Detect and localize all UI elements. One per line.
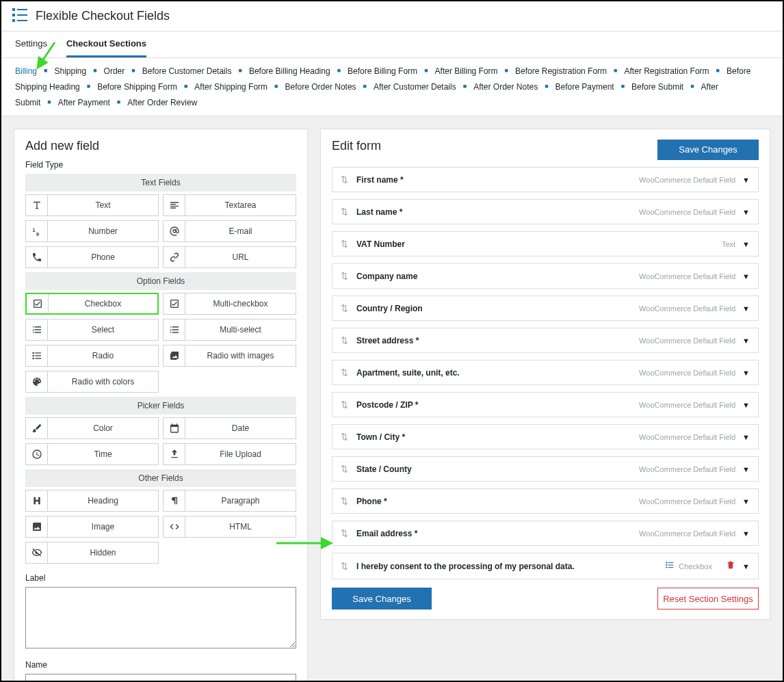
separator: ■ <box>363 83 367 90</box>
section-link[interactable]: Before Shipping Form <box>97 82 177 92</box>
expand-toggle[interactable]: ▼ <box>742 562 750 570</box>
link-icon <box>164 247 185 267</box>
svg-point-16 <box>666 564 667 566</box>
drag-handle-icon[interactable]: ⇅ <box>341 303 348 313</box>
section-link[interactable]: Before Payment <box>556 82 614 92</box>
section-link[interactable]: Before Submit <box>631 82 683 92</box>
expand-toggle[interactable]: ▼ <box>742 240 750 248</box>
fieldtype-email[interactable]: E-mail <box>163 220 296 242</box>
section-link[interactable]: After Shipping Form <box>194 82 267 92</box>
form-field-row[interactable]: ⇅Country / RegionWooCommerce Default Fie… <box>332 296 759 321</box>
save-changes-bottom-button[interactable]: Save Changes <box>332 588 432 609</box>
form-field-row[interactable]: ⇅Postcode / ZIP *WooCommerce Default Fie… <box>332 392 759 417</box>
label-textarea[interactable] <box>25 587 296 648</box>
name-input[interactable] <box>25 674 296 682</box>
tab-settings[interactable]: Settings <box>15 31 47 57</box>
form-field-row[interactable]: ⇅First name *WooCommerce Default Field▼ <box>332 167 759 192</box>
save-changes-top-button[interactable]: Save Changes <box>657 140 759 160</box>
expand-toggle[interactable]: ▼ <box>742 497 750 506</box>
section-link[interactable]: Before Billing Heading <box>249 66 330 76</box>
expand-toggle[interactable]: ▼ <box>742 304 750 313</box>
drag-handle-icon[interactable]: ⇅ <box>341 528 348 538</box>
fieldtype-text[interactable]: Text <box>25 194 159 216</box>
drag-handle-icon[interactable]: ⇅ <box>341 367 348 378</box>
fieldtype-radio[interactable]: Radio <box>25 345 159 367</box>
form-field-row[interactable]: ⇅Phone *WooCommerce Default Field▼ <box>332 488 759 514</box>
fieldtype-date[interactable]: Date <box>163 417 296 439</box>
form-field-row[interactable]: ⇅Town / City *WooCommerce Default Field▼ <box>332 424 759 449</box>
fieldtype-radio-images[interactable]: Radio with images <box>163 345 296 367</box>
drag-handle-icon[interactable]: ⇅ <box>341 207 348 217</box>
fieldtype-html[interactable]: HTML <box>163 516 296 538</box>
expand-toggle[interactable]: ▼ <box>742 176 750 184</box>
section-link[interactable]: After Billing Form <box>435 66 498 76</box>
drag-handle-icon[interactable]: ⇅ <box>341 335 348 345</box>
form-field-row[interactable]: ⇅I hereby consent to the processing of m… <box>332 553 759 579</box>
fieldtype-multicheckbox[interactable]: Multi-checkbox <box>163 293 296 315</box>
drag-handle-icon[interactable]: ⇅ <box>341 561 348 571</box>
section-link[interactable]: After Registration Form <box>625 66 709 76</box>
fieldtype-phone[interactable]: Phone <box>25 246 159 268</box>
section-link[interactable]: Before Customer Details <box>142 66 232 76</box>
separator: ■ <box>621 83 625 90</box>
group-other-fields: Other Fields <box>25 469 296 487</box>
section-link[interactable]: After Order Notes <box>473 82 538 92</box>
number-icon: 19 <box>26 221 48 241</box>
drag-handle-icon[interactable]: ⇅ <box>341 271 348 281</box>
section-link[interactable]: Order <box>104 66 125 76</box>
fieldtype-file[interactable]: File Upload <box>163 443 296 465</box>
fieldtype-radio-colors[interactable]: Radio with colors <box>25 371 159 393</box>
fieldtype-heading[interactable]: Heading <box>25 490 159 512</box>
fieldtype-number[interactable]: 19Number <box>25 220 159 242</box>
drag-handle-icon[interactable]: ⇅ <box>341 239 348 249</box>
expand-toggle[interactable]: ▼ <box>742 208 750 216</box>
form-field-row[interactable]: ⇅VAT NumberText▼ <box>332 231 759 257</box>
section-link[interactable]: Before Billing Form <box>348 66 417 76</box>
expand-toggle[interactable]: ▼ <box>742 529 750 538</box>
section-link[interactable]: After Payment <box>58 98 110 107</box>
section-link[interactable]: After Order Review <box>127 98 197 107</box>
reset-section-button[interactable]: Reset Section Settings <box>657 588 759 609</box>
svg-text:9: 9 <box>36 231 39 237</box>
form-field-row[interactable]: ⇅State / CountyWooCommerce Default Field… <box>332 456 759 482</box>
expand-toggle[interactable]: ▼ <box>742 337 750 345</box>
delete-field-button[interactable] <box>726 560 735 572</box>
tab-checkout-sections[interactable]: Checkout Sections <box>66 31 146 57</box>
fieldtype-image[interactable]: Image <box>25 516 159 538</box>
form-field-row[interactable]: ⇅Company nameWooCommerce Default Field▼ <box>332 263 759 289</box>
page-header: Flexible Checkout Fields <box>1 1 783 31</box>
drag-handle-icon[interactable]: ⇅ <box>341 432 348 442</box>
drag-handle-icon[interactable]: ⇅ <box>341 464 348 474</box>
separator: ■ <box>184 83 187 90</box>
fieldtype-textarea[interactable]: Textarea <box>163 194 296 216</box>
section-link[interactable]: Shipping <box>54 66 86 76</box>
expand-toggle[interactable]: ▼ <box>742 401 750 409</box>
form-field-row[interactable]: ⇅Email address *WooCommerce Default Fiel… <box>332 521 759 546</box>
form-field-row[interactable]: ⇅Last name *WooCommerce Default Field▼ <box>332 199 759 224</box>
form-field-row[interactable]: ⇅Apartment, suite, unit, etc.WooCommerce… <box>332 360 759 385</box>
svg-rect-1 <box>17 9 27 10</box>
expand-toggle[interactable]: ▼ <box>742 272 750 280</box>
expand-toggle[interactable]: ▼ <box>742 465 750 473</box>
fieldtype-color[interactable]: Color <box>25 417 159 439</box>
group-picker-fields: Picker Fields <box>25 397 296 415</box>
fieldtype-time[interactable]: Time <box>25 443 159 465</box>
fieldtype-hidden[interactable]: Hidden <box>25 542 159 564</box>
drag-handle-icon[interactable]: ⇅ <box>341 399 348 410</box>
fieldtype-url[interactable]: URL <box>163 246 296 268</box>
fieldtype-paragraph[interactable]: Paragraph <box>163 490 296 512</box>
expand-toggle[interactable]: ▼ <box>742 369 750 377</box>
section-link[interactable]: Before Registration Form <box>515 66 607 76</box>
expand-toggle[interactable]: ▼ <box>742 433 750 441</box>
drag-handle-icon[interactable]: ⇅ <box>341 174 348 185</box>
list-indent-icon <box>26 319 48 340</box>
form-field-row[interactable]: ⇅Street address *WooCommerce Default Fie… <box>332 328 759 353</box>
fieldtype-select[interactable]: Select <box>25 319 159 341</box>
section-link[interactable]: Billing <box>15 66 37 76</box>
fieldtype-multiselect[interactable]: Multi-select <box>163 319 296 341</box>
section-link[interactable]: Before Order Notes <box>285 82 356 92</box>
fieldtype-checkbox[interactable]: Checkbox <box>25 293 159 315</box>
field-source-label: WooCommerce Default Field <box>639 208 735 216</box>
section-link[interactable]: After Customer Details <box>374 82 456 92</box>
drag-handle-icon[interactable]: ⇅ <box>341 496 348 506</box>
